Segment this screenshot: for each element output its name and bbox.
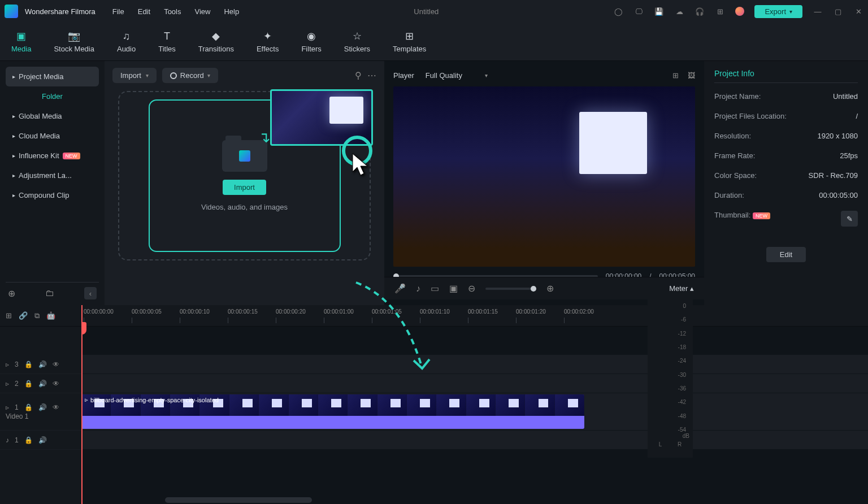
timeline-playhead[interactable]: [81, 305, 83, 504]
track-head-video-1[interactable]: ▹1🔒🔊👁 Video 1: [0, 393, 81, 431]
timeline-toolbar: 🎤 ♪ ▭ ▣ ⊖ ⊕ Meter ▴: [384, 277, 704, 299]
download-arrow-icon: ↴: [258, 129, 271, 146]
folder-graphic-icon: ↴: [222, 140, 267, 172]
sidebar-influence-kit[interactable]: ▸Influence KitNEW: [6, 146, 99, 166]
eye-icon[interactable]: 👁: [53, 403, 59, 411]
track-head-video-2[interactable]: ▹2🔒🔊👁: [0, 374, 81, 393]
stock-media-icon: 📷: [68, 30, 80, 42]
audio-meter: 0-6-12-18-24-30-36-42-48-54 dB LR: [648, 299, 693, 458]
transitions-icon: ◆: [210, 30, 222, 42]
track-video-1[interactable]: ▹billboard-advertising-empty-space-city-…: [81, 393, 868, 431]
mute-icon[interactable]: 🔊: [38, 380, 47, 388]
minimize-icon[interactable]: —: [813, 6, 823, 16]
menu-view[interactable]: View: [194, 7, 210, 16]
tab-transitions[interactable]: ◆Transitions: [198, 30, 234, 53]
track-audio-1[interactable]: [81, 431, 868, 450]
menu-help[interactable]: Help: [224, 7, 239, 16]
mute-icon[interactable]: 🔊: [38, 403, 47, 411]
render-icon[interactable]: ▣: [449, 283, 458, 294]
sidebar-folder[interactable]: Folder: [6, 86, 99, 106]
save-icon[interactable]: 💾: [654, 6, 664, 16]
export-button[interactable]: Export▾: [754, 5, 802, 18]
maximize-icon[interactable]: ▢: [833, 6, 843, 16]
marker-icon[interactable]: ▭: [431, 283, 439, 294]
menu-tools[interactable]: Tools: [164, 7, 181, 16]
thumbnail-edit-button[interactable]: ✎: [841, 211, 858, 227]
lock-icon[interactable]: 🔒: [24, 380, 33, 388]
timeline-ruler[interactable]: 00:00:00:0000:00:00:0500:00:00:1000:00:0…: [81, 305, 868, 327]
timeline-scrollbar[interactable]: [165, 497, 312, 503]
project-edit-button[interactable]: Edit: [766, 247, 806, 262]
circle-icon[interactable]: ◯: [613, 6, 623, 16]
new-folder-icon[interactable]: ⊕: [8, 288, 15, 299]
timeline-clip[interactable]: ▹billboard-advertising-empty-space-city-…: [81, 394, 584, 429]
tl-link-icon[interactable]: 🔗: [19, 311, 28, 320]
lock-icon[interactable]: 🔒: [24, 360, 33, 368]
tab-stock-media[interactable]: 📷Stock Media: [54, 30, 94, 53]
tab-templates[interactable]: ⊞Templates: [393, 30, 426, 53]
menu-edit[interactable]: Edit: [138, 7, 150, 16]
sidebar-cloud-media[interactable]: ▸Cloud Media: [6, 126, 99, 146]
mute-icon[interactable]: 🔊: [38, 436, 47, 444]
sidebar-global-media[interactable]: ▸Global Media: [6, 106, 99, 126]
preview-viewport[interactable]: [393, 86, 695, 267]
zoom-in-icon[interactable]: ⊕: [546, 283, 554, 294]
sidebar-compound-clip[interactable]: ▸Compound Clip: [6, 185, 99, 205]
preview-content: [579, 112, 647, 174]
picture-icon[interactable]: 🖼: [688, 71, 695, 80]
tl-add-track-icon[interactable]: ⊞: [6, 311, 12, 320]
new-badge: NEW: [63, 153, 80, 159]
import-dropdown[interactable]: Import▾: [112, 68, 157, 83]
grid-view-icon[interactable]: ⊞: [672, 71, 679, 80]
more-icon[interactable]: ⋯: [367, 70, 376, 81]
tab-filters[interactable]: ◉Filters: [301, 30, 321, 53]
record-dropdown[interactable]: Record▾: [162, 68, 218, 83]
monitor-icon[interactable]: 🖵: [633, 6, 644, 16]
headphones-icon[interactable]: 🎧: [695, 6, 705, 16]
collapse-sidebar-button[interactable]: ‹: [84, 287, 97, 299]
lock-icon[interactable]: 🔒: [24, 403, 33, 411]
audio-mixer-icon[interactable]: ♪: [416, 284, 420, 294]
meter-toggle[interactable]: Meter ▴: [669, 284, 694, 293]
tl-auto-icon[interactable]: 🤖: [46, 311, 55, 320]
menu-file[interactable]: File: [112, 7, 124, 16]
sidebar-project-media[interactable]: ▸Project Media: [6, 67, 99, 86]
project-info-panel: Project Info Project Name:Untitled Proje…: [704, 61, 868, 310]
zoom-out-icon[interactable]: ⊖: [468, 283, 475, 294]
track-head-audio-1[interactable]: ♪1🔒🔊: [0, 431, 81, 450]
eye-icon[interactable]: 👁: [53, 360, 59, 368]
track-video-2[interactable]: [81, 374, 868, 393]
project-info-title: Project Info: [714, 69, 858, 83]
tab-stickers[interactable]: ☆Stickers: [344, 30, 370, 53]
import-button[interactable]: Import: [223, 180, 266, 195]
timeline-tracks-area[interactable]: 00:00:00:0000:00:00:0500:00:00:1000:00:0…: [81, 305, 868, 504]
timeline-track-headers: ⊞ 🔗 ⧉ 🤖 ▹3🔒🔊👁 ▹2🔒🔊👁 ▹1🔒🔊👁 Video 1 ♪1🔒🔊: [0, 305, 81, 504]
tab-titles[interactable]: TTitles: [158, 30, 176, 53]
eye-icon[interactable]: 👁: [53, 380, 59, 388]
tab-audio[interactable]: ♫Audio: [117, 30, 136, 53]
voiceover-icon[interactable]: 🎤: [394, 283, 406, 294]
tl-magnet-icon[interactable]: ⧉: [34, 311, 40, 320]
clip-name: billboard-advertising-empty-space-city-i…: [90, 397, 219, 403]
sidebar-adjustment-layer[interactable]: ▸Adjustment La...: [6, 166, 99, 185]
mute-icon[interactable]: 🔊: [38, 360, 47, 368]
preview-panel: Player Full Quality▾ ⊞ 🖼 00:00:00:00 / 0…: [384, 61, 704, 310]
filmora-logo-icon: [239, 150, 250, 162]
lock-icon[interactable]: 🔒: [24, 436, 33, 444]
clip-icon: ▹: [85, 396, 88, 403]
track-head-video-3[interactable]: ▹3🔒🔊👁: [0, 355, 81, 374]
zoom-slider[interactable]: [485, 288, 536, 290]
tab-effects[interactable]: ✦Effects: [257, 30, 279, 53]
close-icon[interactable]: ✕: [853, 6, 863, 16]
player-label: Player: [393, 71, 414, 80]
menubar: File Edit Tools View Help: [112, 7, 239, 16]
tab-media[interactable]: ▣Media: [11, 30, 31, 53]
account-avatar-icon[interactable]: [735, 7, 744, 16]
cloud-icon[interactable]: ☁: [674, 6, 684, 16]
track-video-3[interactable]: [81, 355, 868, 374]
apps-icon[interactable]: ⊞: [715, 6, 725, 16]
folder-icon[interactable]: 🗀: [45, 288, 54, 298]
quality-dropdown[interactable]: Full Quality▾: [426, 71, 488, 80]
filter-icon[interactable]: ⚲: [355, 70, 362, 81]
templates-icon: ⊞: [403, 30, 416, 42]
